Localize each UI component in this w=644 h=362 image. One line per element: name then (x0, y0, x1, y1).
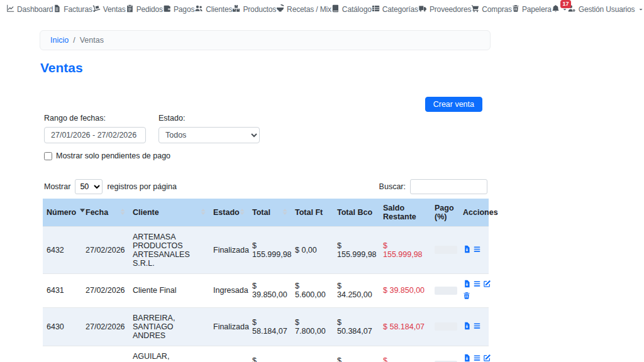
date-range-input[interactable] (44, 127, 146, 143)
cell-total: $ 1.492.681,36 (248, 346, 291, 362)
col-header-cliente[interactable]: Cliente (129, 199, 209, 226)
nav-label: Ventas (103, 5, 126, 14)
date-range-filter: Rango de fechas: (44, 114, 146, 143)
cell-acciones (459, 226, 489, 273)
nav-label: Categorías (382, 5, 418, 14)
breadcrumb-home-link[interactable]: Inicio (50, 36, 69, 45)
nav-item-compras[interactable]: Compras (471, 4, 512, 14)
nav-item-pagos[interactable]: Pagos (163, 4, 194, 14)
details-icon[interactable] (473, 245, 481, 255)
cell-total-ft: $ 5.600,00 (291, 273, 333, 307)
estado-select[interactable]: Todos (158, 127, 260, 143)
details-icon[interactable] (473, 280, 481, 290)
nav-item-dashboard[interactable]: Dashboard (6, 4, 53, 14)
cell-numero: 6430 (43, 307, 82, 346)
notifications-menu[interactable]: 17 (552, 4, 567, 14)
nav-label: Compras (482, 5, 512, 14)
cell-estado: Ingresada (209, 346, 248, 362)
search-input[interactable] (410, 179, 487, 194)
cell-total: $ 39.850,00 (248, 273, 291, 307)
table-controls: Mostrar 50 registros por página Buscar: (44, 179, 487, 194)
cell-total-bco: $ 1.492.681,36 (333, 346, 379, 362)
col-header-estado[interactable]: Estado (209, 199, 248, 226)
nav-item-facturas[interactable]: Facturas (53, 4, 92, 14)
sort-desc-icon (80, 206, 85, 214)
nav-label: Pagos (174, 5, 194, 14)
sort-icon (120, 208, 125, 217)
col-header-total-ft[interactable]: Total Ft (291, 199, 333, 226)
cell-fecha: 27/02/2026 (82, 226, 129, 273)
main-content: Inicio / Ventas Ventas Crear venta Rango… (40, 30, 491, 362)
cell-fecha: 27/02/2026 (82, 307, 129, 346)
sort-icon (240, 208, 245, 217)
cell-cliente: Cliente Final (129, 273, 209, 307)
table-row: 6432 27/02/2026 ARTEMASA PRODUCTOS ARTES… (43, 226, 489, 273)
nav-item-productos[interactable]: Productos (232, 4, 276, 14)
breadcrumb-separator: / (73, 36, 75, 45)
page-title: Ventas (40, 60, 491, 75)
nav-label: Papelera (522, 5, 552, 14)
cell-acciones (459, 307, 489, 346)
cell-saldo-restante: $ 1.492.681,36 (379, 346, 431, 362)
nav-item-papelera[interactable]: Papelera (512, 4, 552, 14)
book-icon (331, 4, 340, 14)
cell-pago-pct (431, 346, 459, 362)
breadcrumb-current: Ventas (80, 36, 104, 45)
page-size-control: Mostrar 50 registros por página (44, 179, 177, 194)
cell-total: $ 58.184,07 (248, 307, 291, 346)
details-icon[interactable] (473, 322, 481, 332)
cell-pago-pct (431, 273, 459, 307)
nav-item-recetas[interactable]: Recetas / Mix (276, 4, 331, 14)
create-sale-button[interactable]: Crear venta (425, 97, 482, 112)
col-header-total[interactable]: Total (248, 199, 291, 226)
export-file-icon[interactable] (463, 245, 471, 255)
export-file-icon[interactable] (463, 280, 471, 290)
file-invoice-icon (53, 4, 61, 14)
cell-acciones (459, 346, 489, 362)
cell-fecha: 27/02/2026 (82, 346, 129, 362)
cart-icon (471, 4, 479, 14)
trash-icon (512, 4, 519, 14)
cell-numero: 6429 (43, 346, 82, 362)
nav-label: Recetas / Mix (287, 5, 331, 14)
nav-label: Gestión Usuarios (579, 5, 635, 14)
col-header-fecha[interactable]: Fecha (82, 199, 129, 226)
col-header-saldo-restante[interactable]: Saldo Restante (379, 199, 431, 226)
nav-item-gestion-usuarios[interactable]: Gestión Usuarios (567, 4, 644, 14)
export-file-icon[interactable] (463, 322, 471, 332)
edit-icon[interactable] (483, 354, 491, 362)
cell-total-ft: $ 0,00 (291, 346, 333, 362)
delete-icon[interactable] (463, 292, 470, 302)
nav-label: Clientes (206, 5, 232, 14)
cell-cliente: BARREIRA, SANTIAGO ANDRES (129, 307, 209, 346)
page-size-select[interactable]: 50 (75, 179, 103, 194)
nav-item-ventas[interactable]: Ventas (92, 4, 126, 14)
cell-pago-pct (431, 226, 459, 273)
edit-icon[interactable] (483, 280, 491, 290)
details-icon[interactable] (473, 354, 481, 362)
nav-item-clientes[interactable]: Clientes (194, 4, 232, 14)
cell-numero: 6432 (43, 226, 82, 273)
top-navigation: Dashboard Facturas Ventas Pedidos Pagos … (0, 0, 644, 19)
action-bar: Crear venta (40, 97, 491, 112)
pending-only-checkbox[interactable] (44, 152, 52, 160)
col-header-pago-pct[interactable]: Pago (%) (431, 199, 459, 226)
export-file-icon[interactable] (463, 354, 471, 362)
nav-item-proveedores[interactable]: Proveedores (418, 4, 471, 14)
cell-numero: 6431 (43, 273, 82, 307)
cell-saldo-restante: $ 39.850,00 (379, 273, 431, 307)
pending-only-label: Mostrar solo pendientes de pago (56, 151, 170, 160)
cell-saldo-restante: $ 58.184,07 (379, 307, 431, 346)
cell-saldo-restante: $ 155.999,98 (379, 226, 431, 273)
wallet-icon (163, 4, 171, 14)
col-header-total-bco[interactable]: Total Bco (333, 199, 379, 226)
col-header-numero[interactable]: Número (43, 199, 82, 226)
nav-item-categorias[interactable]: Categorías (372, 4, 418, 14)
sales-dolly-icon (92, 4, 101, 14)
nav-label: Productos (243, 5, 276, 14)
nav-item-catalogo[interactable]: Catálogo (331, 4, 372, 14)
nav-item-pedidos[interactable]: Pedidos (126, 4, 163, 14)
nav-label: Catálogo (342, 5, 372, 14)
table-row: 6429 27/02/2026 AGUILAR, GUSTAVO EZEQUIE… (43, 346, 489, 362)
chevron-down-icon (638, 5, 643, 14)
